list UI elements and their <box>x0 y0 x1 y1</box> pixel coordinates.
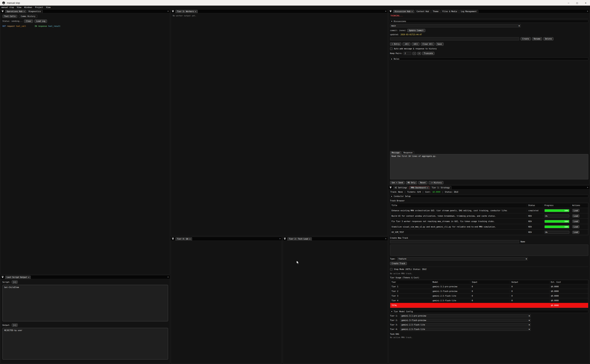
script-text-box[interactable]: Get-ChildItem <box>2 285 168 321</box>
pane-close-icon[interactable]: ✕ <box>279 238 281 240</box>
tab[interactable]: Discussion Hub ✕ <box>393 10 414 13</box>
pane-menu-icon[interactable] <box>389 186 392 189</box>
tier-usage-label: Tier Usage (Tokens & Cost) <box>390 277 419 279</box>
menu-item[interactable]: Project <box>34 6 44 9</box>
tab-close-icon[interactable]: ✕ <box>24 10 25 13</box>
pane-close-icon[interactable]: ✕ <box>385 238 386 240</box>
pane-menu-icon[interactable] <box>1 10 4 13</box>
track-row: Stabilize visual_sim_mma_v2.py and mock_… <box>390 224 588 229</box>
tab[interactable]: Tier 1: Strategy <box>430 186 451 189</box>
step-mode-checkbox[interactable] <box>390 268 392 271</box>
entry-button[interactable]: Save <box>436 42 443 46</box>
crud-button[interactable]: Delete <box>543 37 553 40</box>
entry-button[interactable]: Clear All <box>421 42 434 46</box>
pane-close-icon[interactable]: ✕ <box>587 10 588 12</box>
minimize-icon[interactable]: — <box>564 0 573 6</box>
auto-add-checkbox[interactable] <box>390 47 392 50</box>
pane-close-icon[interactable]: ✕ <box>168 10 169 12</box>
subtab[interactable]: Comms History <box>19 15 37 18</box>
pane-menu-icon[interactable] <box>172 238 174 240</box>
pane-close-icon[interactable]: ✕ <box>168 276 169 278</box>
tab[interactable]: Tier 2: Tech Lead ✕ <box>287 237 312 240</box>
entry-button[interactable]: -All <box>402 42 410 46</box>
action-button[interactable]: Reset <box>418 181 427 184</box>
tab-close-icon[interactable]: ✕ <box>309 238 310 240</box>
subtab[interactable]: Tool Calls <box>2 15 17 18</box>
tier-model-label: Tier 1: <box>390 315 399 317</box>
crud-button[interactable]: Create <box>521 37 531 40</box>
truncate-button[interactable]: Truncate <box>422 52 435 55</box>
entry-button[interactable]: + Entry <box>390 42 401 46</box>
tab-close-icon[interactable]: ✕ <box>427 187 428 189</box>
keep-pairs-minus-button[interactable]: - <box>412 52 416 55</box>
pane-close-icon[interactable]: ✕ <box>587 186 588 188</box>
pane-menu-icon[interactable] <box>389 10 392 13</box>
branch-select[interactable]: main ▼ <box>390 24 521 27</box>
roles-collapse-header[interactable]: ▶ Roles <box>390 57 588 60</box>
clear-button[interactable]: Clear <box>24 20 33 23</box>
tab[interactable]: AI Settings <box>393 186 409 189</box>
tab[interactable]: Diagnostics <box>27 10 42 13</box>
output-expand-button[interactable]: [+] <box>12 324 18 326</box>
script-expand-button[interactable]: [+] <box>12 280 18 284</box>
new-track-name-input[interactable] <box>390 240 519 243</box>
output-label: Output: <box>2 324 10 326</box>
pane-close-icon[interactable]: ✕ <box>385 10 386 12</box>
tab-close-icon[interactable]: ✕ <box>411 10 413 13</box>
tier-model-rows: Tier 1: gemini-3.1-pro-preview ▼ Tier 2:… <box>390 313 588 331</box>
track-title: Enhance existing MMA orchestration GUI: … <box>390 209 527 212</box>
new-track-description-textarea[interactable] <box>390 245 588 256</box>
pane-menu-icon[interactable] <box>1 276 4 278</box>
menu-item[interactable]: View <box>15 6 23 9</box>
tab-close-icon[interactable]: ✕ <box>189 238 190 240</box>
discussions-collapse-header[interactable]: ▼ Discussions <box>390 20 588 23</box>
tab-close-icon[interactable]: ✕ <box>195 10 196 13</box>
tab[interactable]: Log Management <box>459 10 478 13</box>
load-log-button[interactable]: Load Log <box>34 20 47 23</box>
usage-output: 0 <box>510 299 550 302</box>
conductor-collapse-header[interactable]: ▶ Conductor Setup <box>390 195 588 198</box>
menu-item[interactable]: View <box>45 6 52 9</box>
tier-model-select[interactable]: gemini-2.5-flash-lite ▼ <box>400 323 531 326</box>
tab[interactable]: Files & Media <box>441 10 459 13</box>
action-button[interactable]: MD Only <box>406 181 417 184</box>
col-model: Model <box>431 281 470 284</box>
keep-pairs-plus-button[interactable]: + <box>417 52 421 55</box>
discussion-name-input[interactable] <box>390 37 519 40</box>
load-button[interactable]: Load <box>572 225 579 228</box>
tab[interactable]: Theme <box>431 10 440 13</box>
keep-pairs-input[interactable]: 2 <box>403 52 411 55</box>
maximize-icon[interactable]: □ <box>573 0 581 6</box>
tab[interactable]: MMA Dashboard ✕ <box>409 186 429 189</box>
output-text-box[interactable]: REJECTED by user <box>2 328 168 359</box>
load-button[interactable]: Load <box>572 214 579 217</box>
menu-item[interactable]: manual slop <box>0 6 15 9</box>
tab[interactable]: Context Hub <box>415 10 430 13</box>
crud-button[interactable]: Rename <box>532 37 542 40</box>
tier-model-select[interactable]: gemini-2.5-flash-lite ▼ <box>400 328 531 331</box>
close-icon[interactable]: ✕ <box>581 0 590 6</box>
message-textarea[interactable]: Read the first 10 lines of aggregate.py. <box>390 154 588 179</box>
tab[interactable]: Tier 4: QA ✕ <box>175 237 192 240</box>
track-type-select[interactable]: feature ▼ <box>397 257 528 260</box>
load-button[interactable]: Load <box>572 209 579 212</box>
tier-model-select[interactable]: gemini-3-flash-preview ▼ <box>400 319 531 322</box>
create-track-button[interactable]: Create Track <box>390 262 407 265</box>
pane-menu-icon[interactable] <box>172 10 174 13</box>
tab-close-icon[interactable]: ✕ <box>28 276 29 278</box>
tab[interactable]: Tier 3: Workers ✕ <box>175 10 198 13</box>
message-tab[interactable]: Message <box>390 151 401 154</box>
tier-model-select[interactable]: gemini-3.1-pro-preview ▼ <box>400 314 531 318</box>
action-button[interactable]: Gen + Send <box>390 181 405 184</box>
tab[interactable]: Operations Hub ✕ <box>5 10 26 13</box>
action-button[interactable]: -> History <box>429 181 443 184</box>
menu-item[interactable]: Windows <box>23 6 34 9</box>
tier-model-config-header[interactable]: ▼ Tier Model Config <box>390 310 588 313</box>
tab[interactable]: Last Script Output ✕ <box>5 276 31 279</box>
update-commit-button[interactable]: Update Commit <box>407 29 425 32</box>
pane-menu-icon[interactable] <box>284 238 286 240</box>
entry-button[interactable]: +All <box>412 42 420 46</box>
message-tab[interactable]: Response <box>402 151 414 154</box>
load-button[interactable]: Load <box>572 231 579 234</box>
load-button[interactable]: Load <box>572 220 579 223</box>
